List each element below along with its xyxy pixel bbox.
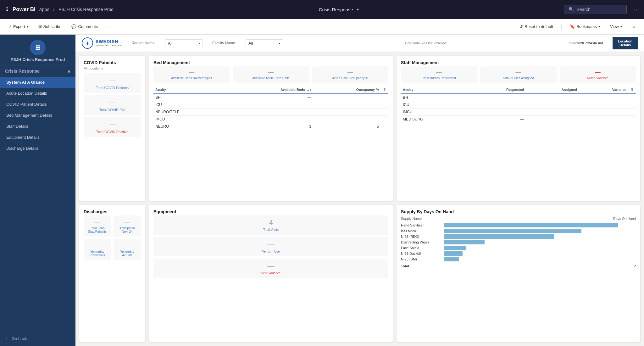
sidebar-item-acute[interactable]: Acute Location Details	[0, 88, 75, 99]
sidebar-item-covid-patient[interactable]: COVID Patient Details	[0, 99, 75, 110]
apps-link[interactable]: Apps	[39, 7, 49, 12]
supply-card: Supply By Days On Hand Supply Name Days …	[397, 205, 640, 342]
comments-button[interactable]: 💬 Comments	[69, 23, 100, 30]
reset-button[interactable]: ↺ Reset to default	[518, 23, 555, 30]
back-arrow-icon: ←	[5, 336, 9, 341]
bed-card-title: Bed Management	[153, 60, 388, 65]
staff-req	[467, 109, 526, 116]
staff-acuity: ICU	[401, 101, 467, 109]
covid-pui-value: —	[87, 98, 138, 107]
discharge-label: Anticipated Next 24	[117, 226, 138, 233]
sidebar-item-system[interactable]: System At A Glance	[0, 77, 75, 88]
supply-bar-container	[444, 229, 627, 233]
staff-card-title: Staff Management	[401, 60, 636, 65]
export-button[interactable]: ↗ Export ▾	[6, 23, 30, 30]
supply-bar-row: ISO Mask	[401, 229, 636, 233]
staff-scroll[interactable]: ⬆	[628, 86, 636, 94]
sidebar-item-bed-mgmt[interactable]: Bed Management Details	[0, 110, 75, 121]
swedish-text: SWEDISH	[96, 39, 122, 44]
discharge-value: —	[87, 219, 108, 225]
favorite-button[interactable]: ☆	[630, 23, 638, 30]
covid-total-value: —	[87, 76, 138, 85]
discharges-card: Discharges — Total Long Stay Patients— A…	[79, 205, 145, 342]
search-box[interactable]: 🔍 Search	[564, 5, 627, 14]
staff-table-row: ICU	[401, 101, 636, 109]
staff-nurse-variance: — Nurse Variance	[560, 66, 636, 83]
facility-select[interactable]: All ▾	[246, 39, 283, 47]
staff-variance-label: Nurse Variance	[562, 76, 633, 80]
sidebar-item-equipment[interactable]: Equipment Details	[0, 132, 75, 143]
supply-item-name: N-95 (SM)	[401, 257, 442, 261]
supply-bar	[444, 223, 618, 227]
bed-summary: — Available Beds *All bed types — Availa…	[153, 66, 388, 83]
supply-bar	[444, 251, 463, 256]
more-button[interactable]: ···	[634, 6, 639, 13]
covid-total-patients: — Total COVID Patients	[84, 73, 141, 93]
equipment-value: —	[157, 262, 385, 270]
staff-assigned-value: —	[483, 69, 554, 75]
bed-acuity: IMCU	[153, 116, 225, 123]
bed-acuity: NEURO	[153, 123, 225, 130]
comments-icon: 💬	[71, 24, 76, 29]
swedish-logo: + SWEDISH MEDICAL CENTER	[82, 37, 122, 49]
star-icon: ☆	[632, 24, 636, 29]
bed-acute-label: Available Acute Care Beds	[235, 76, 306, 80]
discharge-grid: — Total Long Stay Patients— Anticipated …	[84, 215, 141, 260]
bed-occupancy-value: —	[315, 69, 386, 75]
bed-col-acuity: Acuity	[153, 86, 225, 94]
toolbar-more[interactable]: ···	[106, 23, 113, 30]
supply-bar-row: Hand Sanitizer	[401, 223, 636, 227]
bed-table-row: IMCU	[153, 116, 388, 123]
staff-asgn	[526, 116, 579, 123]
equipment-grid: 4 Total Vents— Vents in Use— Vent Varian…	[153, 215, 388, 278]
supply-bar-container	[444, 246, 627, 250]
staff-req: —	[467, 116, 526, 123]
bed-table-row: NEURO 3 5	[153, 123, 388, 130]
staff-nurses-requested: — Total Nurses Requested	[401, 66, 477, 83]
bed-table-row: ICU	[153, 101, 388, 109]
top-navigation: ⠿ Power BI Apps › PSJH Crisis Response P…	[0, 0, 644, 19]
sidebar-item-discharge[interactable]: Discharge Details	[0, 143, 75, 154]
bed-occ: 5	[313, 123, 381, 130]
region-label: Region Name:	[131, 41, 156, 45]
covid-card-subtitle: All Locations	[84, 66, 141, 70]
bed-beds: 3	[225, 123, 313, 130]
sidebar: ⊞ PSJH Crisis Response Prod Crisis Respo…	[0, 35, 75, 346]
location-tab[interactable]: Location Details	[613, 37, 638, 49]
subscribe-button[interactable]: ✉ Subscribe	[36, 23, 64, 30]
supply-item-name: Disinfecting Wipes	[401, 240, 442, 244]
crisis-response-label[interactable]: Crisis Response	[319, 7, 353, 12]
swedish-cross-icon: +	[82, 37, 93, 49]
subscribe-icon: ✉	[38, 24, 42, 29]
bookmark-icon: 🔖	[570, 24, 575, 29]
date-value: 3/30/2020 7:24:46 AM	[569, 41, 603, 45]
region-chevron: ▾	[198, 42, 200, 45]
search-label: Search	[576, 7, 590, 12]
staff-summary: — Total Nurses Requested — Total Nurses …	[401, 66, 636, 83]
grid-icon[interactable]: ⠿	[5, 7, 9, 13]
secondary-toolbar: ↗ Export ▾ ✉ Subscribe 💬 Comments ··· ↺ …	[0, 19, 644, 35]
bed-scroll[interactable]: ⬆	[381, 86, 388, 94]
equipment-card: Equipment 4 Total Vents— Vents in Use— V…	[149, 205, 393, 342]
sidebar-crisis-section[interactable]: Crisis Response ∧	[0, 65, 75, 77]
main-layout: ⊞ PSJH Crisis Response Prod Crisis Respo…	[0, 35, 644, 346]
staff-table: Acuity Requested Assigned Variance ⬆ BH	[401, 86, 636, 123]
staff-asgn	[526, 109, 579, 116]
covid-positive: — Total COVID Positive	[84, 117, 141, 137]
go-back-button[interactable]: ← Go back	[0, 331, 75, 346]
bookmarks-button[interactable]: 🔖 Bookmarks ▾	[568, 23, 602, 30]
brand-label: Power BI	[13, 6, 36, 13]
discharge-value: —	[117, 219, 138, 225]
bed-col-occupancy: Occupancy %	[313, 86, 381, 94]
page-title: PSJH Crisis Response Prod	[58, 7, 114, 12]
view-button[interactable]: View ▾	[608, 23, 624, 30]
bed-acute-value: —	[235, 69, 306, 75]
staff-asgn	[526, 94, 579, 101]
bed-management-card: Bed Management — Available Beds *All bed…	[149, 56, 393, 201]
region-select[interactable]: All ▾	[165, 39, 203, 47]
discharge-item: — Yesterday Predictions	[84, 239, 111, 260]
staff-nurses-assigned: — Total Nurses Assigned	[480, 66, 556, 83]
staff-acuity: BH	[401, 94, 467, 101]
sidebar-item-staff[interactable]: Staff Details	[0, 121, 75, 132]
covid-patients-card: COVID Patients All Locations — Total COV…	[79, 56, 145, 201]
